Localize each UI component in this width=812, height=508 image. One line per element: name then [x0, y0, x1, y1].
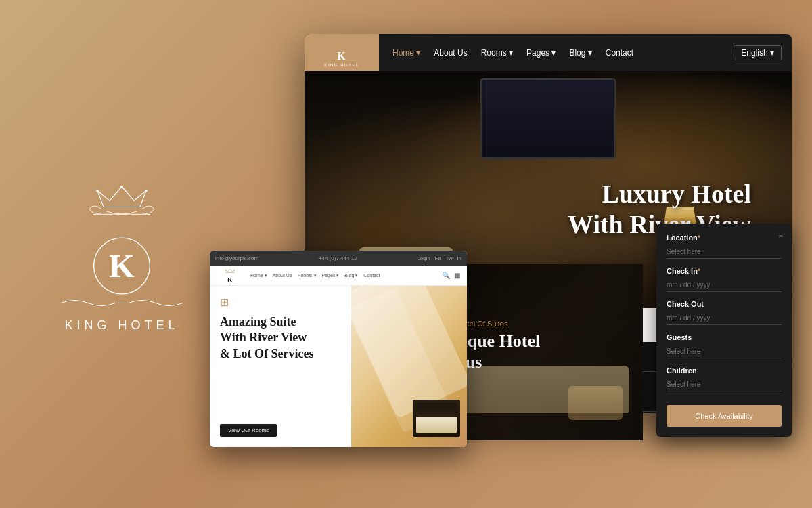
nav-crown-icon — [332, 38, 352, 50]
mid-link-pages[interactable]: Pages ▾ — [322, 273, 340, 278]
mid-link-blog[interactable]: Blog ▾ — [344, 273, 358, 278]
overlay-guests-input[interactable] — [667, 345, 782, 358]
mid-link-about[interactable]: About Us — [273, 273, 292, 278]
svg-text:K: K — [109, 248, 135, 284]
mid-suite-icon: ⊞ — [220, 296, 341, 309]
view-rooms-button[interactable]: View Our Rooms — [220, 424, 277, 437]
nav-logo: K KING HOTEL — [304, 34, 379, 71]
nav-links: Home ▾ About Us Rooms ▾ Pages ▾ Blog ▾ C… — [379, 48, 734, 58]
mid-screenshot: info@yourpic.com +44 (0)7 444 12 Login F… — [210, 251, 467, 447]
mid-phone: +44 (0)7 444 12 — [319, 255, 357, 261]
thumb-bed — [416, 417, 457, 433]
nav-link-pages[interactable]: Pages ▾ — [526, 48, 556, 58]
mid-link-rooms[interactable]: Rooms ▾ — [297, 273, 316, 278]
swirl-icon — [54, 297, 189, 310]
svg-point-2 — [145, 190, 148, 192]
mid-room-thumbnail — [413, 400, 460, 437]
mid-title-line1: Amazing Suite — [220, 314, 341, 330]
search-icon[interactable]: 🔍 — [442, 272, 450, 279]
mid-k-letter: K — [227, 276, 233, 284]
svg-point-1 — [120, 186, 123, 188]
crown-icon — [81, 176, 162, 230]
nav-link-rooms[interactable]: Rooms ▾ — [481, 48, 513, 58]
mid-nav-logo: K — [217, 268, 244, 284]
brand-logo-left: K KING HOTEL — [54, 176, 189, 333]
mid-link-contact[interactable]: Contact — [363, 273, 380, 278]
overlay-location-label: Location* — [667, 234, 782, 242]
mid-content: ⊞ Amazing Suite With River View & Lot Of… — [210, 286, 467, 447]
overlay-guests-label: Guests — [667, 333, 782, 341]
mid-nav-icons: 🔍 ▦ — [442, 272, 460, 279]
mid-crown-icon — [223, 268, 237, 276]
mid-nav: K Home ▾ About Us Rooms ▾ Pages ▾ Blog ▾… — [210, 266, 467, 286]
menu-icon[interactable]: ≡ — [778, 232, 784, 242]
mid-topbar: info@yourpic.com +44 (0)7 444 12 Login F… — [210, 251, 467, 266]
thumb-wall — [416, 403, 457, 417]
nav-logo-name: KING HOTEL — [324, 63, 359, 67]
nav-logo-letter: K — [337, 50, 346, 62]
overlay-checkin-label: Check In* — [667, 267, 782, 275]
language-value: English — [741, 48, 767, 58]
hero-title-line1: Luxury Hotel — [568, 179, 751, 210]
mid-toplinks: Login Fa Tw In — [417, 255, 461, 261]
mid-suite-title: Amazing Suite With River View & Lot Of S… — [220, 314, 341, 362]
main-nav: K KING HOTEL Home ▾ About Us Rooms ▾ Pag… — [304, 34, 792, 71]
overlay-location-field: Location* — [667, 234, 782, 259]
mid-left-panel: ⊞ Amazing Suite With River View & Lot Of… — [210, 286, 351, 447]
nav-link-home[interactable]: Home ▾ — [392, 48, 420, 58]
grid-icon[interactable]: ▦ — [454, 272, 460, 279]
second-hero-pillow — [568, 386, 623, 420]
overlay-checkout-input[interactable] — [667, 312, 782, 325]
svg-point-0 — [96, 190, 99, 192]
overlay-check-availability-button[interactable]: Check Availability — [667, 405, 782, 427]
overlay-children-input[interactable] — [667, 378, 782, 391]
mid-right-panel — [351, 286, 467, 447]
booking-overlay-panel: ≡ Location* Check In* Check Out Guests C… — [656, 224, 792, 437]
nav-link-blog[interactable]: Blog ▾ — [569, 48, 591, 58]
mid-email: info@yourpic.com — [215, 255, 258, 261]
mid-link-home[interactable]: Home ▾ — [250, 273, 267, 278]
overlay-checkin-input[interactable] — [667, 278, 782, 292]
overlay-checkout-label: Check Out — [667, 300, 782, 308]
mid-title-line3: & Lot Of Services — [220, 346, 341, 362]
overlay-checkout-field: Check Out — [667, 300, 782, 325]
overlay-checkin-field: Check In* — [667, 267, 782, 292]
nav-link-about[interactable]: About Us — [434, 48, 467, 58]
mid-title-line2: With River View — [220, 330, 341, 345]
overlay-location-input[interactable] — [667, 245, 782, 259]
mid-nav-links: Home ▾ About Us Rooms ▾ Pages ▾ Blog ▾ C… — [244, 273, 442, 278]
nav-link-contact[interactable]: Contact — [606, 48, 633, 58]
language-selector[interactable]: English ▾ — [734, 45, 782, 60]
brand-name-left: KING HOTEL — [64, 318, 179, 333]
tv-screen — [480, 78, 616, 159]
overlay-children-label: Children — [667, 366, 782, 375]
k-circle-icon: K — [91, 236, 152, 297]
overlay-children-field: Children — [667, 366, 782, 391]
overlay-guests-field: Guests — [667, 333, 782, 358]
